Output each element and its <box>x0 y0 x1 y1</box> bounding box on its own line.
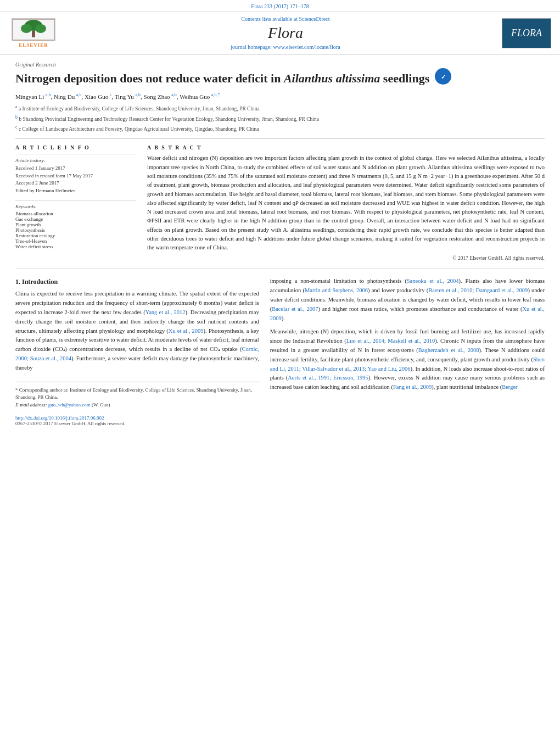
elsevier-tree-image <box>12 18 55 41</box>
intro-para3: Meanwhile, nitrogen (N) deposition, whic… <box>270 327 545 392</box>
intro-heading: 1. Introduction <box>15 278 259 286</box>
edited-by: Edited by Hermann Heilmeier <box>15 187 136 195</box>
article-title-section: Nitrogen deposition does not reduce wate… <box>15 71 545 92</box>
intro-para1: China is expected to receive less precip… <box>15 289 259 372</box>
keyword-2: Gas exchange <box>15 216 136 222</box>
history-label: Article history: <box>15 158 136 163</box>
journal-volume: Flora 233 (2017) 171–178 <box>251 3 309 9</box>
keyword-6: Tree-of-Heaven <box>15 238 136 244</box>
svg-point-2 <box>21 24 32 33</box>
affiliations: a a Institute of Ecology and Biodiversit… <box>15 104 545 133</box>
top-bar: Flora 233 (2017) 171–178 <box>0 0 560 12</box>
article-info-heading: A R T I C L E I N F O <box>15 144 136 150</box>
doi-link[interactable]: http://dx.doi.org/10.1016/j.flora.2017.0… <box>15 415 259 421</box>
received-date: Received 1 January 2017 <box>15 165 136 172</box>
accepted-date: Accepted 2 June 2017 <box>15 180 136 187</box>
homepage-text: journal homepage: <box>231 44 272 50</box>
footnote-star: * Corresponding author at: Institute of … <box>15 387 259 401</box>
affiliation-c: c c College of Landscape Architecture an… <box>15 124 545 133</box>
ref-luo2014[interactable]: Luo et al., 2014; Maskell et al., 2010 <box>346 338 435 344</box>
body-right-column: imposing a non-stomatal limitation to ph… <box>270 277 545 426</box>
ref-fang2009[interactable]: Fang et al., 2009 <box>393 384 432 390</box>
issn-line: 0367-2530/© 2017 Elsevier GmbH. All righ… <box>15 421 259 426</box>
flora-brand: FLORA <box>511 27 542 39</box>
keyword-7: Water deficit stress <box>15 244 136 249</box>
footnote-email: E-mail address: guo_wh@yahoo.com (W. Guo… <box>15 401 259 409</box>
flora-logo-image: FLORA <box>502 18 551 48</box>
ref-bagherzadeh2008[interactable]: Bagherzadeh et al., 2008 <box>418 347 479 353</box>
main-content: Original Research Nitrogen deposition do… <box>0 55 560 435</box>
abstract-text: Water deficit and nitrogen (N) depositio… <box>147 154 545 252</box>
ref-xu2009[interactable]: Xu et al., 2009 <box>169 328 204 334</box>
ref-yang2012[interactable]: Yang et al., 2012 <box>145 309 186 315</box>
ref-berger[interactable]: Berger <box>502 384 517 390</box>
article-title: Nitrogen deposition does not reduce wate… <box>15 71 429 87</box>
ref-saneoka2004[interactable]: Saneoka et al., 2004 <box>407 278 459 284</box>
elsevier-brand: ELSEVIER <box>19 42 48 48</box>
divider-1 <box>15 138 545 139</box>
received-revised-date: Received in revised form 17 May 2017 <box>15 172 136 180</box>
journal-center-info: Contents lists available at ScienceDirec… <box>69 16 502 50</box>
email-link[interactable]: guo_wh@yahoo.com <box>48 402 91 408</box>
article-info-abstract: A R T I C L E I N F O Article history: R… <box>15 144 545 261</box>
ref-aerts1991[interactable]: Aerts et al., 1991; Ericsson, 1995 <box>288 375 368 381</box>
journal-name: Flora <box>69 24 502 42</box>
intro-para2: imposing a non-stomatal limitation to ph… <box>270 277 545 323</box>
journal-header: ELSEVIER Contents lists available at Sci… <box>0 12 560 55</box>
elsevier-logo: ELSEVIER <box>9 18 58 48</box>
article-info-column: A R T I C L E I N F O Article history: R… <box>15 144 136 261</box>
ref-bacelar2007[interactable]: Bacelar et al., 2007 <box>272 306 318 312</box>
keyword-5: Restoration ecology <box>15 233 136 238</box>
crossmark-badge: ✓ <box>435 68 452 86</box>
homepage-line: journal homepage: www.elsevier.com/locat… <box>69 44 502 50</box>
contents-text: Contents lists available at <box>241 16 297 22</box>
sciencedirect-link[interactable]: ScienceDirect <box>299 16 329 22</box>
affiliation-b: b b Shandong Provincial Engineering and … <box>15 114 545 123</box>
keywords-label: Keywords: <box>15 204 136 209</box>
keyword-1: Biomass allocation <box>15 211 136 216</box>
ref-baeten2010[interactable]: Baeten et al., 2010; Damgaard et al., 20… <box>428 287 528 293</box>
affiliation-a: a a Institute of Ecology and Biodiversit… <box>15 104 545 113</box>
keywords-block: Keywords: Biomass allocation Gas exchang… <box>15 204 136 249</box>
article-type: Original Research <box>15 62 545 68</box>
svg-point-3 <box>35 24 46 33</box>
body-two-column: 1. Introduction China is expected to rec… <box>15 277 545 426</box>
ref-martin2006[interactable]: Martin and Stephens, 2006 <box>305 287 368 293</box>
copyright-notice: © 2017 Elsevier GmbH. All rights reserve… <box>147 255 545 261</box>
authors-line: Mingyan Li a,b, Ning Du a,b, Xiao Guo c,… <box>15 92 545 100</box>
homepage-link[interactable]: www.elsevier.com/locate/flora <box>273 44 340 50</box>
abstract-column: A B S T R A C T Water deficit and nitrog… <box>147 144 545 261</box>
body-section: 1. Introduction China is expected to rec… <box>15 277 545 426</box>
keyword-3: Plant growth <box>15 222 136 227</box>
history-block: Article history: Received 1 January 2017… <box>15 158 136 194</box>
sciencedirect-line: Contents lists available at ScienceDirec… <box>69 16 502 22</box>
footer-doi: http://dx.doi.org/10.1016/j.flora.2017.0… <box>15 415 259 426</box>
svg-text:✓: ✓ <box>441 74 446 80</box>
ref-cornic2000[interactable]: Cornic, 2000; Souza et al., 2004 <box>15 346 259 361</box>
body-left-column: 1. Introduction China is expected to rec… <box>15 277 259 426</box>
svg-rect-4 <box>32 31 35 37</box>
keyword-4: Photosynthesis <box>15 227 136 233</box>
abstract-heading: A B S T R A C T <box>147 144 545 150</box>
footnote-section: * Corresponding author at: Institute of … <box>15 382 259 409</box>
ref-shen2011[interactable]: Shen and Li, 2011; Villar-Salvador et al… <box>270 356 545 372</box>
divider-2 <box>15 269 545 269</box>
